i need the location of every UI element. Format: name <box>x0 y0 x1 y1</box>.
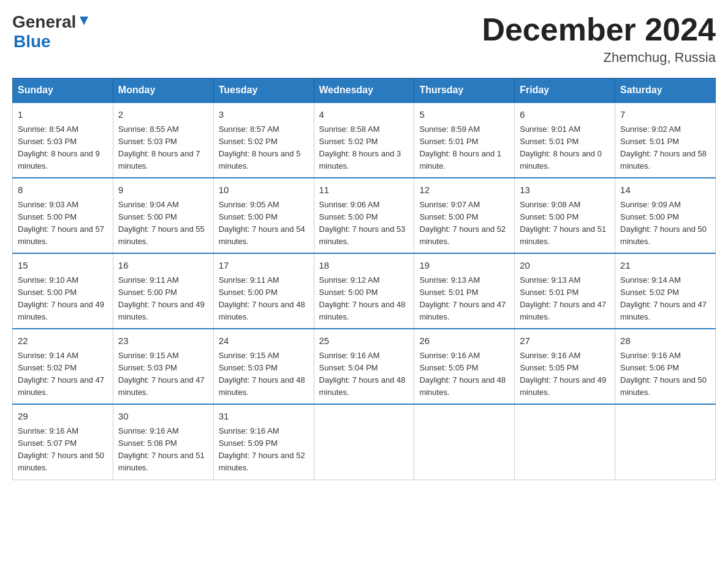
day-number: 29 <box>18 410 108 424</box>
month-title: December 2024 <box>482 12 716 47</box>
svg-marker-0 <box>80 17 88 25</box>
day-info: Sunrise: 9:08 AM Sunset: 5:00 PM Dayligh… <box>520 199 610 248</box>
calendar-week-row: 29 Sunrise: 9:16 AM Sunset: 5:07 PM Dayl… <box>13 404 716 480</box>
day-number: 30 <box>118 410 208 424</box>
day-number: 3 <box>219 108 309 122</box>
day-number: 24 <box>219 334 309 348</box>
day-info: Sunrise: 9:10 AM Sunset: 5:00 PM Dayligh… <box>18 274 108 324</box>
calendar-day-cell: 24 Sunrise: 9:15 AM Sunset: 5:03 PM Dayl… <box>213 329 314 404</box>
page-header: General Blue December 2024 Zhemchug, Rus… <box>12 12 716 66</box>
day-number: 14 <box>620 183 710 197</box>
day-number: 15 <box>18 259 108 273</box>
calendar-day-cell <box>615 404 716 480</box>
day-number: 12 <box>419 183 509 197</box>
calendar-day-cell: 21 Sunrise: 9:14 AM Sunset: 5:02 PM Dayl… <box>615 253 716 329</box>
calendar-day-cell: 25 Sunrise: 9:16 AM Sunset: 5:04 PM Dayl… <box>314 329 414 404</box>
calendar-day-cell: 9 Sunrise: 9:04 AM Sunset: 5:00 PM Dayli… <box>113 178 213 253</box>
calendar-day-cell: 27 Sunrise: 9:16 AM Sunset: 5:05 PM Dayl… <box>515 329 615 404</box>
calendar-day-cell: 28 Sunrise: 9:16 AM Sunset: 5:06 PM Dayl… <box>615 329 716 404</box>
day-info: Sunrise: 9:16 AM Sunset: 5:06 PM Dayligh… <box>620 350 710 399</box>
calendar-week-row: 1 Sunrise: 8:54 AM Sunset: 5:03 PM Dayli… <box>13 102 716 178</box>
header-thursday: Thursday <box>414 79 515 103</box>
calendar-day-cell: 17 Sunrise: 9:11 AM Sunset: 5:00 PM Dayl… <box>213 253 314 329</box>
calendar-day-cell: 26 Sunrise: 9:16 AM Sunset: 5:05 PM Dayl… <box>414 329 515 404</box>
day-info: Sunrise: 9:07 AM Sunset: 5:00 PM Dayligh… <box>419 199 509 248</box>
day-info: Sunrise: 9:11 AM Sunset: 5:00 PM Dayligh… <box>219 274 309 324</box>
calendar-day-cell: 10 Sunrise: 9:05 AM Sunset: 5:00 PM Dayl… <box>213 178 314 253</box>
header-wednesday: Wednesday <box>314 79 414 103</box>
calendar-week-row: 15 Sunrise: 9:10 AM Sunset: 5:00 PM Dayl… <box>13 253 716 329</box>
day-info: Sunrise: 9:05 AM Sunset: 5:00 PM Dayligh… <box>219 199 309 248</box>
logo-arrow-icon <box>77 14 91 28</box>
day-info: Sunrise: 9:16 AM Sunset: 5:08 PM Dayligh… <box>118 425 208 475</box>
header-monday: Monday <box>113 79 213 103</box>
header-tuesday: Tuesday <box>213 79 314 103</box>
day-info: Sunrise: 9:04 AM Sunset: 5:00 PM Dayligh… <box>118 199 208 248</box>
day-info: Sunrise: 8:57 AM Sunset: 5:02 PM Dayligh… <box>219 123 309 173</box>
day-number: 18 <box>319 259 409 273</box>
day-number: 17 <box>219 259 309 273</box>
day-info: Sunrise: 9:16 AM Sunset: 5:05 PM Dayligh… <box>520 350 610 399</box>
day-number: 19 <box>419 259 509 273</box>
calendar-day-cell: 12 Sunrise: 9:07 AM Sunset: 5:00 PM Dayl… <box>414 178 515 253</box>
day-info: Sunrise: 9:14 AM Sunset: 5:02 PM Dayligh… <box>620 274 710 324</box>
day-info: Sunrise: 9:16 AM Sunset: 5:07 PM Dayligh… <box>18 425 108 475</box>
day-info: Sunrise: 8:58 AM Sunset: 5:02 PM Dayligh… <box>319 123 409 173</box>
day-number: 10 <box>219 183 309 197</box>
day-number: 20 <box>520 259 610 273</box>
calendar-day-cell <box>515 404 615 480</box>
calendar-day-cell: 23 Sunrise: 9:15 AM Sunset: 5:03 PM Dayl… <box>113 329 213 404</box>
day-number: 26 <box>419 334 509 348</box>
day-info: Sunrise: 9:01 AM Sunset: 5:01 PM Dayligh… <box>520 123 610 173</box>
calendar-header-row: Sunday Monday Tuesday Wednesday Thursday… <box>13 79 716 103</box>
calendar-day-cell: 30 Sunrise: 9:16 AM Sunset: 5:08 PM Dayl… <box>113 404 213 480</box>
day-info: Sunrise: 9:14 AM Sunset: 5:02 PM Dayligh… <box>18 350 108 399</box>
day-number: 25 <box>319 334 409 348</box>
day-info: Sunrise: 9:16 AM Sunset: 5:04 PM Dayligh… <box>319 350 409 399</box>
calendar-day-cell: 1 Sunrise: 8:54 AM Sunset: 5:03 PM Dayli… <box>13 102 113 178</box>
day-info: Sunrise: 9:09 AM Sunset: 5:00 PM Dayligh… <box>620 199 710 248</box>
calendar-day-cell: 6 Sunrise: 9:01 AM Sunset: 5:01 PM Dayli… <box>515 102 615 178</box>
day-number: 16 <box>118 259 208 273</box>
day-info: Sunrise: 9:02 AM Sunset: 5:01 PM Dayligh… <box>620 123 710 173</box>
header-friday: Friday <box>515 79 615 103</box>
logo: General Blue <box>12 12 91 52</box>
title-block: December 2024 Zhemchug, Russia <box>482 12 716 66</box>
day-number: 2 <box>118 108 208 122</box>
day-info: Sunrise: 8:54 AM Sunset: 5:03 PM Dayligh… <box>18 123 108 173</box>
day-info: Sunrise: 9:15 AM Sunset: 5:03 PM Dayligh… <box>219 350 309 399</box>
day-info: Sunrise: 9:03 AM Sunset: 5:00 PM Dayligh… <box>18 199 108 248</box>
calendar-day-cell: 20 Sunrise: 9:13 AM Sunset: 5:01 PM Dayl… <box>515 253 615 329</box>
day-number: 8 <box>18 183 108 197</box>
calendar-table: Sunday Monday Tuesday Wednesday Thursday… <box>12 78 716 480</box>
calendar-day-cell: 11 Sunrise: 9:06 AM Sunset: 5:00 PM Dayl… <box>314 178 414 253</box>
day-number: 4 <box>319 108 409 122</box>
day-number: 5 <box>419 108 509 122</box>
day-number: 7 <box>620 108 710 122</box>
calendar-day-cell: 16 Sunrise: 9:11 AM Sunset: 5:00 PM Dayl… <box>113 253 213 329</box>
calendar-day-cell: 13 Sunrise: 9:08 AM Sunset: 5:00 PM Dayl… <box>515 178 615 253</box>
calendar-day-cell: 15 Sunrise: 9:10 AM Sunset: 5:00 PM Dayl… <box>13 253 113 329</box>
day-number: 31 <box>219 410 309 424</box>
day-number: 27 <box>520 334 610 348</box>
day-info: Sunrise: 9:06 AM Sunset: 5:00 PM Dayligh… <box>319 199 409 248</box>
header-sunday: Sunday <box>13 79 113 103</box>
calendar-day-cell: 5 Sunrise: 8:59 AM Sunset: 5:01 PM Dayli… <box>414 102 515 178</box>
calendar-day-cell: 19 Sunrise: 9:13 AM Sunset: 5:01 PM Dayl… <box>414 253 515 329</box>
day-info: Sunrise: 8:59 AM Sunset: 5:01 PM Dayligh… <box>419 123 509 173</box>
calendar-day-cell: 4 Sunrise: 8:58 AM Sunset: 5:02 PM Dayli… <box>314 102 414 178</box>
calendar-day-cell <box>414 404 515 480</box>
day-info: Sunrise: 9:12 AM Sunset: 5:00 PM Dayligh… <box>319 274 409 324</box>
day-info: Sunrise: 9:13 AM Sunset: 5:01 PM Dayligh… <box>520 274 610 324</box>
day-number: 9 <box>118 183 208 197</box>
location-title: Zhemchug, Russia <box>482 50 716 66</box>
day-info: Sunrise: 9:11 AM Sunset: 5:00 PM Dayligh… <box>118 274 208 324</box>
calendar-week-row: 22 Sunrise: 9:14 AM Sunset: 5:02 PM Dayl… <box>13 329 716 404</box>
day-number: 11 <box>319 183 409 197</box>
day-info: Sunrise: 9:13 AM Sunset: 5:01 PM Dayligh… <box>419 274 509 324</box>
calendar-day-cell <box>314 404 414 480</box>
day-number: 13 <box>520 183 610 197</box>
calendar-day-cell: 18 Sunrise: 9:12 AM Sunset: 5:00 PM Dayl… <box>314 253 414 329</box>
day-number: 28 <box>620 334 710 348</box>
calendar-day-cell: 2 Sunrise: 8:55 AM Sunset: 5:03 PM Dayli… <box>113 102 213 178</box>
